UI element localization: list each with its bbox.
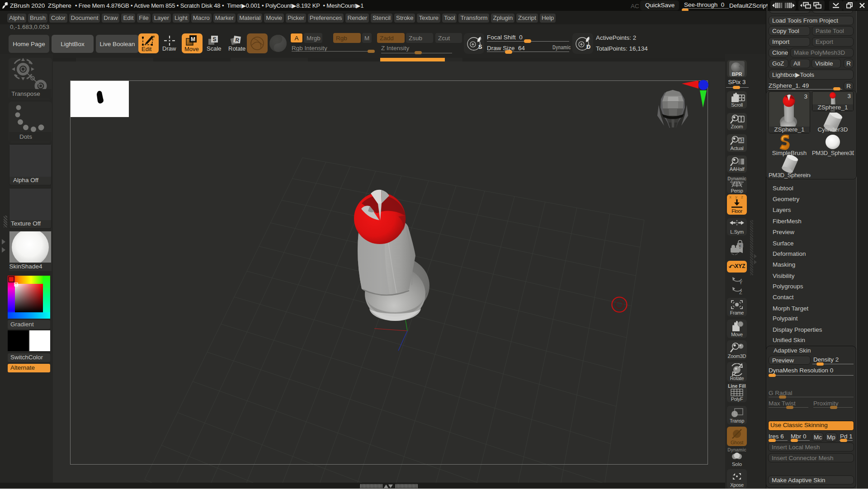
svg-text:Z: Z: [739, 290, 742, 295]
svg-text:D: D: [586, 43, 590, 50]
svg-text:x1: x1: [739, 138, 744, 143]
svg-text:M: M: [191, 36, 195, 42]
svg-text:c: c: [739, 244, 741, 248]
svg-text:S: S: [478, 43, 482, 50]
svg-text:Y: Y: [739, 280, 743, 285]
svg-text:S: S: [212, 36, 216, 42]
